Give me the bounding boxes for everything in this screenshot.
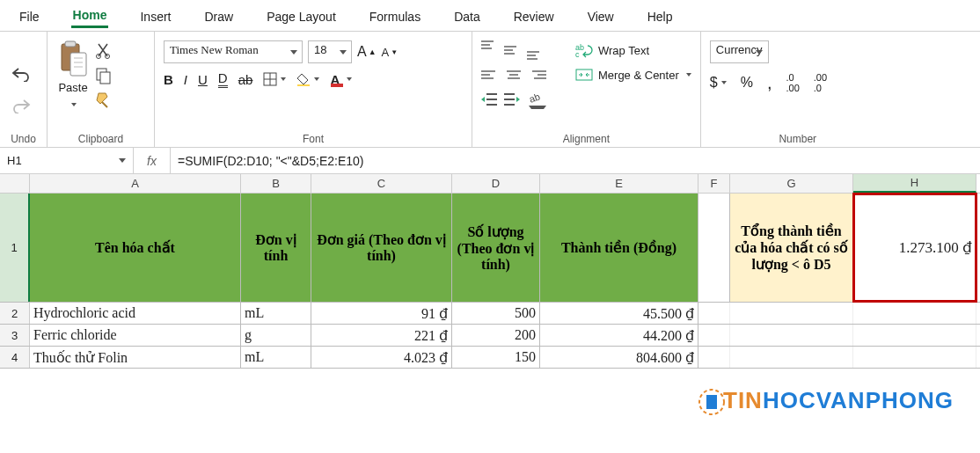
tab-data[interactable]: Data: [452, 4, 482, 27]
cell-a2[interactable]: Hydrochloric acid: [30, 303, 241, 324]
col-header-d[interactable]: D: [452, 174, 540, 193]
align-right-icon[interactable]: [527, 65, 546, 84]
underline-button[interactable]: U: [198, 72, 208, 87]
cell-c2[interactable]: 91 ₫: [311, 303, 452, 324]
cell-f3[interactable]: [698, 325, 730, 346]
copy-icon[interactable]: [95, 67, 114, 86]
cell-d2[interactable]: 500: [452, 303, 540, 324]
row-header-3[interactable]: 3: [0, 325, 30, 346]
cell-h4[interactable]: [853, 347, 976, 368]
alignment-group-label: Alignment: [481, 131, 691, 145]
cell-a4[interactable]: Thuốc thử Folin: [30, 347, 241, 368]
cut-icon[interactable]: [95, 42, 114, 62]
cell-g2[interactable]: [730, 303, 853, 324]
column-headers: A B C D E F G H: [0, 174, 980, 194]
redo-button[interactable]: [9, 93, 33, 118]
orientation-icon[interactable]: ab: [527, 90, 546, 109]
cell-c4[interactable]: 4.023 ₫: [311, 347, 452, 368]
tab-formulas[interactable]: Formulas: [368, 4, 422, 27]
align-left-icon[interactable]: [481, 65, 501, 84]
cell-a1[interactable]: Tên hóa chất: [30, 194, 241, 302]
paste-icon[interactable]: [56, 40, 90, 79]
tab-insert[interactable]: Insert: [138, 4, 172, 27]
cell-e1[interactable]: Thành tiền (Đồng): [540, 194, 698, 302]
paste-dropdown-icon[interactable]: [69, 96, 77, 109]
double-underline-button[interactable]: D: [218, 70, 228, 88]
align-top-icon[interactable]: [481, 40, 501, 60]
cell-h2[interactable]: [853, 303, 976, 324]
cell-d3[interactable]: 200: [452, 325, 540, 346]
decrease-font-icon[interactable]: A▼: [382, 46, 399, 59]
cell-d1[interactable]: Số lượng (Theo đơn vị tính): [452, 194, 540, 302]
paste-label[interactable]: Paste: [58, 81, 87, 94]
cell-h3[interactable]: [853, 325, 976, 346]
name-box[interactable]: H1: [0, 148, 134, 173]
wrap-text-button[interactable]: abc Wrap Text: [575, 42, 691, 58]
cell-f4[interactable]: [698, 347, 730, 368]
borders-button[interactable]: [263, 72, 286, 86]
format-painter-icon[interactable]: [95, 91, 114, 111]
formula-input[interactable]: =SUMIF(D2:D10; "<"&D5;E2:E10): [171, 154, 980, 168]
align-bottom-icon[interactable]: [527, 40, 546, 60]
comma-format-button[interactable]: ,: [767, 73, 772, 93]
italic-button[interactable]: I: [184, 72, 187, 87]
cell-b1[interactable]: Đơn vị tính: [241, 194, 311, 302]
increase-decimal-button[interactable]: .0.00: [786, 72, 799, 93]
tab-file[interactable]: File: [18, 4, 41, 27]
percent-format-button[interactable]: %: [741, 75, 753, 91]
merge-center-label: Merge & Center: [598, 69, 679, 82]
col-header-c[interactable]: C: [311, 174, 452, 193]
cell-g4[interactable]: [730, 347, 853, 368]
bold-button[interactable]: B: [164, 72, 173, 87]
tab-page-layout[interactable]: Page Layout: [265, 4, 338, 27]
fill-color-button[interactable]: [296, 72, 319, 86]
col-header-b[interactable]: B: [241, 174, 311, 193]
cell-g1[interactable]: Tổng thành tiền của hóa chất có số lượng…: [730, 194, 853, 302]
increase-font-icon[interactable]: A▲: [357, 44, 377, 60]
strikethrough-button[interactable]: ab: [238, 72, 253, 87]
accounting-format-button[interactable]: $: [710, 75, 727, 91]
col-header-e[interactable]: E: [540, 174, 698, 193]
tab-view[interactable]: View: [586, 4, 616, 27]
font-size-select[interactable]: 18: [308, 40, 352, 63]
cell-b2[interactable]: mL: [241, 303, 311, 324]
cell-e3[interactable]: 44.200 ₫: [540, 325, 698, 346]
col-header-a[interactable]: A: [30, 174, 241, 193]
row-header-2[interactable]: 2: [0, 303, 30, 324]
undo-button[interactable]: [9, 62, 33, 86]
fx-button[interactable]: fx: [134, 148, 171, 173]
col-header-h[interactable]: H: [853, 174, 976, 193]
font-name-select[interactable]: Times New Roman: [164, 40, 303, 63]
row-header-1[interactable]: 1: [0, 194, 30, 302]
cell-b4[interactable]: mL: [241, 347, 311, 368]
cell-c1[interactable]: Đơn giá (Theo đơn vị tính): [311, 194, 452, 302]
cell-e2[interactable]: 45.500 ₫: [540, 303, 698, 324]
undo-group-label: Undo: [9, 131, 38, 145]
decrease-indent-icon[interactable]: [481, 90, 501, 109]
font-color-button[interactable]: A: [330, 71, 352, 87]
cell-f1[interactable]: [698, 194, 730, 302]
tab-draw[interactable]: Draw: [202, 4, 235, 27]
decrease-decimal-button[interactable]: .00.0: [814, 72, 827, 93]
col-header-f[interactable]: F: [698, 174, 730, 193]
number-format-select[interactable]: Currency: [710, 40, 769, 63]
align-middle-icon[interactable]: [504, 40, 523, 60]
tab-review[interactable]: Review: [512, 4, 556, 27]
cell-g3[interactable]: [730, 325, 853, 346]
cell-b3[interactable]: g: [241, 325, 311, 346]
merge-center-button[interactable]: Merge & Center: [575, 67, 691, 83]
cell-f2[interactable]: [698, 303, 730, 324]
row-header-4[interactable]: 4: [0, 347, 30, 368]
cell-c3[interactable]: 221 ₫: [311, 325, 452, 346]
tab-help[interactable]: Help: [646, 4, 675, 27]
cell-a3[interactable]: Ferric chloride: [30, 325, 241, 346]
tab-home[interactable]: Home: [71, 3, 109, 28]
cell-e4[interactable]: 804.600 ₫: [540, 347, 698, 368]
col-header-g[interactable]: G: [730, 174, 853, 193]
align-center-icon[interactable]: [504, 65, 523, 84]
cell-h1[interactable]: 1.273.100 ₫: [853, 194, 976, 302]
cell-d4[interactable]: 150: [452, 347, 540, 368]
select-all-corner[interactable]: [0, 174, 30, 193]
wrap-text-icon: abc: [575, 42, 593, 58]
increase-indent-icon[interactable]: [504, 90, 523, 109]
